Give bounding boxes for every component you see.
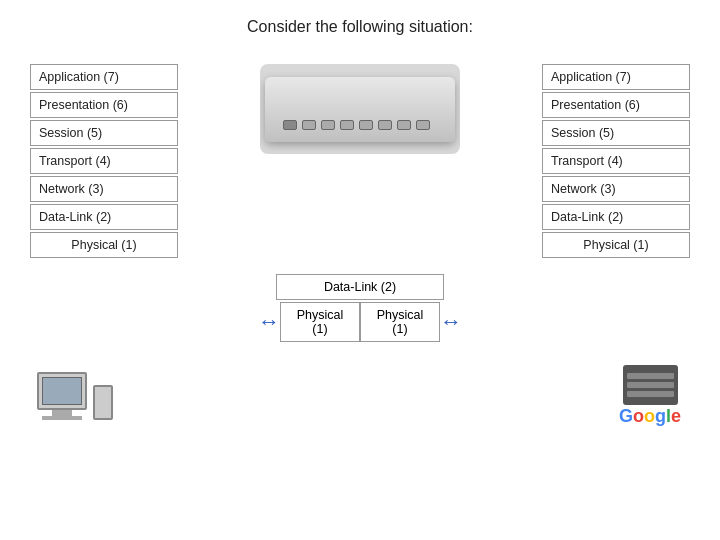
center-physical-2: Physical (1) bbox=[360, 302, 440, 342]
left-arrow: ↔ bbox=[258, 309, 280, 335]
right-layer-application: Application (7) bbox=[542, 64, 690, 90]
left-osi-stack: Application (7) Presentation (6) Session… bbox=[30, 64, 178, 260]
left-layer-network: Network (3) bbox=[30, 176, 178, 202]
left-layer-application: Application (7) bbox=[30, 64, 178, 90]
right-osi-stack: Application (7) Presentation (6) Session… bbox=[542, 64, 690, 260]
center-physical-1: Physical (1) bbox=[280, 302, 360, 342]
center-datalink-layer: Data-Link (2) bbox=[276, 274, 444, 300]
google-logo: Google bbox=[619, 407, 681, 425]
right-layer-presentation: Presentation (6) bbox=[542, 92, 690, 118]
left-layer-transport: Transport (4) bbox=[30, 148, 178, 174]
left-layer-physical: Physical (1) bbox=[30, 232, 178, 258]
right-layer-physical: Physical (1) bbox=[542, 232, 690, 258]
right-layer-transport: Transport (4) bbox=[542, 148, 690, 174]
right-layer-datalink: Data-Link (2) bbox=[542, 204, 690, 230]
switch-image bbox=[260, 64, 460, 154]
left-layer-datalink: Data-Link (2) bbox=[30, 204, 178, 230]
pc-image bbox=[30, 350, 120, 420]
right-arrow: ↔ bbox=[440, 309, 462, 335]
right-layer-network: Network (3) bbox=[542, 176, 690, 202]
google-server-image: Google bbox=[610, 350, 690, 425]
left-layer-presentation: Presentation (6) bbox=[30, 92, 178, 118]
page-title: Consider the following situation: bbox=[0, 0, 720, 36]
center-column: Data-Link (2) ↔ Physical (1) Physical (1… bbox=[240, 64, 480, 342]
left-layer-session: Session (5) bbox=[30, 120, 178, 146]
right-layer-session: Session (5) bbox=[542, 120, 690, 146]
